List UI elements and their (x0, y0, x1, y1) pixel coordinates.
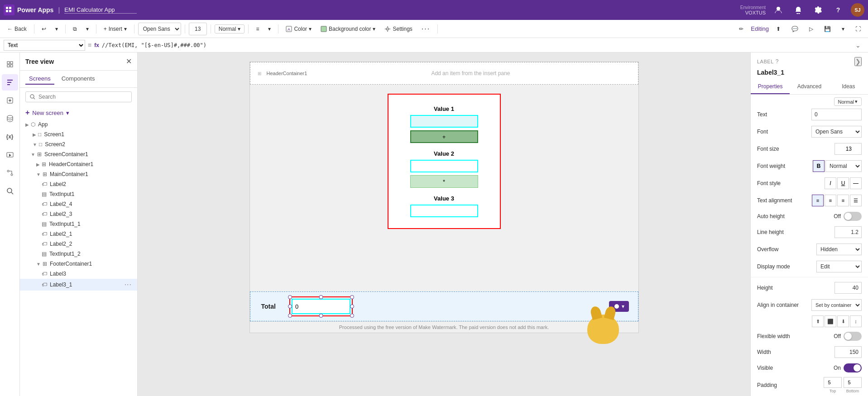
bold-btn[interactable]: B (813, 160, 825, 172)
handle-tm[interactable] (319, 295, 323, 299)
font-prop-select[interactable]: Open Sans (811, 126, 862, 138)
insert-icon-btn[interactable] (2, 92, 18, 109)
handle-bl[interactable] (288, 314, 292, 318)
tab-advanced[interactable]: Advanced (790, 80, 829, 94)
handle-ml[interactable] (288, 305, 292, 309)
tree-item-label3[interactable]: 🏷 Label3 (20, 269, 137, 279)
variables-icon-btn[interactable]: {x} (2, 129, 18, 145)
flexible-width-toggle[interactable] (844, 332, 862, 341)
play-button[interactable]: ▷ (806, 23, 817, 35)
tree-item-textinput1[interactable]: ▤ TextInput1 (20, 189, 137, 199)
bg-color-button[interactable]: Background color ▾ (317, 23, 379, 35)
header-container[interactable]: ⊞ HeaderContainer1 Add an item from the … (250, 62, 638, 85)
save-dropdown[interactable]: ▾ (838, 23, 848, 35)
chevron-footer[interactable]: ▼ (36, 262, 41, 267)
save-button[interactable]: 💾 (820, 23, 834, 35)
align-button[interactable]: ≡ (252, 23, 263, 35)
underline-btn[interactable]: U (837, 177, 849, 189)
footer-action-btn[interactable]: ▾ (609, 301, 629, 312)
font-size-input[interactable] (189, 23, 207, 35)
tree-item-textinput1-2[interactable]: ▤ TextInput1_2 (20, 249, 137, 259)
chevron-screen1[interactable]: ▶ (33, 132, 36, 137)
undo-dropdown[interactable]: ▾ (52, 23, 62, 35)
align-container-select[interactable]: Set by containerStretch (811, 299, 862, 311)
home-icon-btn[interactable] (2, 56, 18, 72)
tree-item-label2-4[interactable]: 🏷 Label2_4 (20, 199, 137, 209)
bell-icon-btn[interactable] (791, 3, 806, 17)
visible-toggle[interactable] (844, 363, 862, 372)
search-icon-btn[interactable] (2, 183, 18, 199)
tab-ideas[interactable]: Ideas (829, 80, 868, 94)
padding-top-input[interactable] (824, 377, 842, 388)
more-options-label3-1[interactable]: ··· (125, 281, 132, 289)
value2-btn[interactable]: * (410, 175, 478, 188)
tree-search-box[interactable] (25, 91, 132, 102)
handle-tl[interactable] (288, 295, 292, 299)
tree-item-headercontainer1[interactable]: ▶ ⊞ HeaderContainer1 (20, 159, 137, 169)
tree-close-button[interactable]: ✕ (126, 57, 132, 66)
project-title-input[interactable] (64, 6, 137, 14)
duplicate-dropdown[interactable]: ▾ (82, 23, 92, 35)
back-button[interactable]: ← Back (4, 23, 30, 35)
new-screen-btn[interactable]: + New screen ▾ (20, 106, 137, 119)
duplicate-button[interactable]: ⧉ (69, 23, 81, 35)
padding-bottom-input[interactable] (844, 377, 862, 388)
font-size-prop-input[interactable] (834, 143, 862, 155)
connectors-icon-btn[interactable] (2, 165, 18, 181)
footer-value-container[interactable]: 0 (289, 296, 353, 316)
color-button[interactable]: A Color ▾ (282, 23, 315, 35)
tab-properties[interactable]: Properties (751, 80, 790, 94)
align-stretch-btn[interactable]: ↕ (850, 315, 862, 327)
tree-item-label3-1[interactable]: 🏷 Label3_1 ··· (20, 279, 137, 291)
text-prop-input[interactable] (811, 109, 862, 120)
font-select[interactable]: Open Sans (138, 23, 181, 35)
republish-button[interactable]: ⬆ (772, 23, 784, 35)
value1-input[interactable] (410, 115, 478, 128)
tree-item-label2-2[interactable]: 🏷 Label2_2 (20, 239, 137, 249)
help-icon-btn[interactable]: ? (831, 3, 845, 17)
formula-content[interactable]: //Text(EMI, "[$-en-US]#,###.00") (102, 42, 849, 48)
tree-icon-btn[interactable] (2, 74, 18, 91)
align-center-btn[interactable]: ≡ (825, 195, 836, 206)
align-middle-btn[interactable]: ⬛ (825, 315, 836, 327)
handle-br[interactable] (350, 314, 354, 318)
auto-height-toggle[interactable] (844, 212, 862, 221)
waffle-icon[interactable] (4, 5, 14, 15)
settings-icon-btn[interactable] (811, 3, 825, 17)
media-icon-btn[interactable] (2, 147, 18, 163)
tree-item-textinput1-1[interactable]: ▤ TextInput1_1 (20, 219, 137, 229)
tree-item-screen2[interactable]: ▼ □ Screen2 (20, 139, 137, 149)
more-toolbar-button[interactable]: ··· (418, 23, 434, 35)
insert-button[interactable]: + Insert ▾ (100, 23, 130, 35)
chevron-header[interactable]: ▶ (36, 162, 40, 167)
handle-mr[interactable] (350, 305, 354, 309)
settings-toolbar-button[interactable]: Settings (381, 23, 416, 35)
person-icon-btn[interactable] (771, 3, 786, 17)
pencil-icon-btn[interactable]: ✏ (735, 23, 747, 35)
align-justify-btn[interactable]: ☰ (850, 195, 862, 206)
panel-collapse-btn[interactable]: ❯ (854, 57, 862, 66)
overflow-select[interactable]: HiddenScrollVisible (816, 243, 862, 255)
font-weight-select[interactable]: NormalBold (825, 160, 862, 172)
undo-button[interactable]: ↩ (38, 23, 50, 35)
tree-item-app[interactable]: ▶ ⬡ App (20, 119, 137, 129)
height-input[interactable] (834, 282, 862, 294)
line-height-input[interactable] (834, 226, 862, 238)
chevron-main[interactable]: ▼ (36, 172, 41, 177)
width-input[interactable] (834, 346, 862, 358)
align-top-btn[interactable]: ⬆ (812, 315, 824, 327)
italic-btn[interactable]: I (825, 177, 836, 189)
chevron-screencontainer1[interactable]: ▼ (31, 152, 35, 157)
align-left-btn[interactable]: ≡ (812, 195, 824, 206)
app-logo[interactable]: Power Apps | (4, 5, 140, 15)
handle-tr[interactable] (350, 295, 354, 299)
user-avatar[interactable]: SJ (851, 3, 864, 17)
strikethrough-btn[interactable]: — (850, 177, 862, 189)
tab-components[interactable]: Components (58, 73, 99, 85)
handle-bm[interactable] (319, 314, 323, 318)
tab-screens[interactable]: Screens (25, 73, 54, 85)
property-select[interactable]: Text (4, 40, 85, 51)
tree-item-footercontainer1[interactable]: ▼ ⊞ FooterContainer1 (20, 259, 137, 269)
value1-btn[interactable]: + (410, 130, 478, 143)
comments-button[interactable]: 💬 (788, 23, 802, 35)
